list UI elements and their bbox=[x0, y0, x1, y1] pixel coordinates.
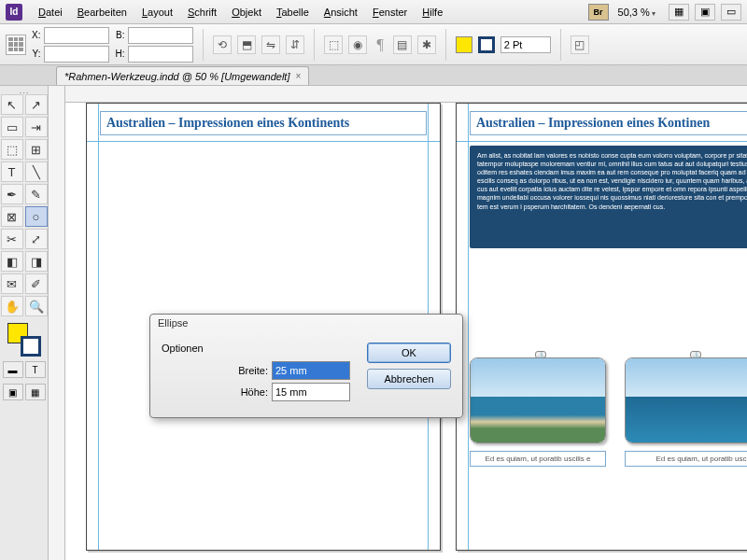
rotate-icon[interactable]: ⟲ bbox=[213, 35, 232, 54]
stroke-swatch[interactable] bbox=[478, 36, 495, 53]
eyedropper-tool[interactable]: ✐ bbox=[25, 273, 48, 294]
body-text-frame[interactable]: Am alist, as nobitat lam valores es nobi… bbox=[470, 146, 747, 248]
caption-1[interactable]: Ed es quiam, ut poratib uscilis e bbox=[470, 451, 606, 467]
height-label: Höhe: bbox=[241, 386, 268, 398]
document-tab-bar: *Rahmen-Werkzeug.indd @ 50 % [Umgewandel… bbox=[0, 65, 747, 86]
stroke-weight-field[interactable]: 2 Pt bbox=[500, 36, 551, 53]
title-frame-left[interactable]: Australien – Impressionen eines Kontinen… bbox=[100, 111, 427, 135]
page-right: Australien – Impressionen eines Kontinen… bbox=[456, 103, 747, 551]
scissors-tool[interactable]: ✂ bbox=[1, 229, 23, 249]
height-field[interactable] bbox=[128, 46, 193, 63]
zoom-tool[interactable]: 🔍 bbox=[25, 296, 48, 316]
arrange-docs-icon[interactable]: ▭ bbox=[721, 4, 741, 21]
y-field[interactable] bbox=[44, 46, 109, 63]
text-wrap-icon[interactable]: ▤ bbox=[393, 35, 412, 54]
fill-swatch[interactable] bbox=[456, 36, 472, 53]
pen-tool[interactable]: ✒ bbox=[1, 184, 23, 204]
control-bar: X: Y: B: H: ⟲ ⬒ ⇋ ⇵ ⬚ ◉ ¶ ▤ ✱ 2 Pt ◰ bbox=[0, 24, 747, 65]
zoom-level-dropdown[interactable]: 50,3 % bbox=[618, 7, 655, 18]
fill-stroke-proxy[interactable] bbox=[7, 323, 41, 357]
menu-objekt[interactable]: Objekt bbox=[225, 3, 268, 21]
pencil-tool[interactable]: ✎ bbox=[25, 184, 48, 204]
menu-layout[interactable]: Layout bbox=[135, 3, 179, 21]
image-frame-1[interactable] bbox=[470, 357, 606, 443]
menu-hilfe[interactable]: Hilfe bbox=[416, 3, 449, 21]
flip-h-icon[interactable]: ⇋ bbox=[261, 35, 280, 54]
screen-mode-icon[interactable]: ▣ bbox=[695, 4, 715, 21]
dialog-options-label: Optionen bbox=[162, 343, 350, 354]
hand-tool[interactable]: ✋ bbox=[1, 296, 23, 316]
menu-bearbeiten[interactable]: Bearbeiten bbox=[71, 3, 134, 21]
select-content-icon[interactable]: ◉ bbox=[348, 35, 367, 54]
normal-view-icon[interactable]: ▣ bbox=[3, 384, 23, 400]
gradient-feather-tool[interactable]: ◨ bbox=[25, 251, 48, 272]
y-label: Y: bbox=[32, 49, 42, 59]
menu-bar: Id Datei Bearbeiten Layout Schrift Objek… bbox=[0, 0, 747, 24]
x-field[interactable] bbox=[44, 27, 109, 44]
app-logo-indesign: Id bbox=[6, 4, 22, 21]
title-frame-right[interactable]: Australien – Impressionen eines Kontinen bbox=[470, 111, 747, 135]
ellipse-height-input[interactable] bbox=[272, 383, 350, 401]
shear-icon[interactable]: ⬒ bbox=[237, 35, 256, 54]
image-frame-2[interactable] bbox=[625, 357, 747, 443]
document-tab-title: *Rahmen-Werkzeug.indd @ 50 % [Umgewandel… bbox=[64, 71, 289, 82]
page-tool[interactable]: ▭ bbox=[1, 117, 23, 137]
menu-ansicht[interactable]: Ansicht bbox=[317, 3, 364, 21]
cancel-button[interactable]: Abbrechen bbox=[367, 369, 451, 389]
width-field[interactable] bbox=[128, 27, 193, 44]
selection-tool[interactable]: ↖ bbox=[1, 94, 23, 115]
ellipse-dialog: Ellipse Optionen Breite: Höhe: OK Abbrec… bbox=[149, 314, 463, 418]
stroke-box[interactable] bbox=[21, 336, 41, 357]
caption-2[interactable]: Ed es quiam, ut poratib uscilis e bbox=[625, 451, 747, 467]
document-tab[interactable]: *Rahmen-Werkzeug.indd @ 50 % [Umgewandel… bbox=[56, 66, 309, 85]
paragraph-style-icon[interactable]: ¶ bbox=[376, 36, 383, 53]
width-label: Breite: bbox=[238, 365, 268, 376]
formatting-text-icon[interactable]: T bbox=[25, 361, 46, 378]
dialog-title[interactable]: Ellipse bbox=[150, 315, 462, 335]
ellipse-width-input[interactable] bbox=[272, 361, 350, 380]
bridge-button[interactable]: Br bbox=[588, 4, 609, 21]
ok-button[interactable]: OK bbox=[367, 343, 451, 363]
document-canvas[interactable]: Australien – Impressionen eines Kontinen… bbox=[49, 86, 747, 560]
work-area: ⋯ ↖↗ ▭⇥ ⬚⊞ T╲ ✒✎ ⊠○ ✂⤢ ◧◨ ✉✐ ✋🔍 ▬ T ▣ ▦ bbox=[0, 86, 747, 560]
view-options-icon[interactable]: ▦ bbox=[669, 4, 689, 21]
reference-point-proxy[interactable] bbox=[6, 35, 26, 55]
content-placer-tool[interactable]: ⊞ bbox=[25, 139, 48, 160]
w-label: B: bbox=[115, 30, 126, 40]
line-tool[interactable]: ╲ bbox=[25, 161, 48, 182]
select-container-icon[interactable]: ⬚ bbox=[324, 35, 343, 54]
effects-icon[interactable]: ✱ bbox=[417, 35, 436, 54]
note-tool[interactable]: ✉ bbox=[1, 273, 23, 294]
h-label: H: bbox=[115, 49, 126, 59]
menu-schrift[interactable]: Schrift bbox=[181, 3, 223, 21]
free-transform-tool[interactable]: ⤢ bbox=[25, 229, 48, 249]
direct-selection-tool[interactable]: ↗ bbox=[25, 94, 48, 115]
close-tab-icon[interactable]: × bbox=[295, 71, 301, 81]
tools-panel: ⋯ ↖↗ ▭⇥ ⬚⊞ T╲ ✒✎ ⊠○ ✂⤢ ◧◨ ✉✐ ✋🔍 ▬ T ▣ ▦ bbox=[0, 86, 49, 560]
gradient-swatch-tool[interactable]: ◧ bbox=[1, 251, 23, 272]
preview-view-icon[interactable]: ▦ bbox=[25, 384, 46, 400]
corner-options-icon[interactable]: ◰ bbox=[571, 35, 589, 54]
type-tool[interactable]: T bbox=[1, 161, 23, 182]
menu-fenster[interactable]: Fenster bbox=[366, 3, 414, 21]
apply-color-icon[interactable]: ▬ bbox=[3, 361, 23, 378]
x-label: X: bbox=[32, 30, 42, 40]
vertical-ruler[interactable] bbox=[49, 86, 65, 560]
horizontal-ruler[interactable] bbox=[65, 86, 747, 103]
rectangle-frame-tool[interactable]: ⊠ bbox=[1, 206, 23, 227]
ellipse-tool[interactable]: ○ bbox=[25, 206, 48, 227]
gap-tool[interactable]: ⇥ bbox=[25, 117, 48, 137]
content-collector-tool[interactable]: ⬚ bbox=[1, 139, 23, 160]
menu-datei[interactable]: Datei bbox=[32, 3, 69, 21]
flip-v-icon[interactable]: ⇵ bbox=[286, 35, 304, 54]
menu-tabelle[interactable]: Tabelle bbox=[270, 3, 316, 21]
